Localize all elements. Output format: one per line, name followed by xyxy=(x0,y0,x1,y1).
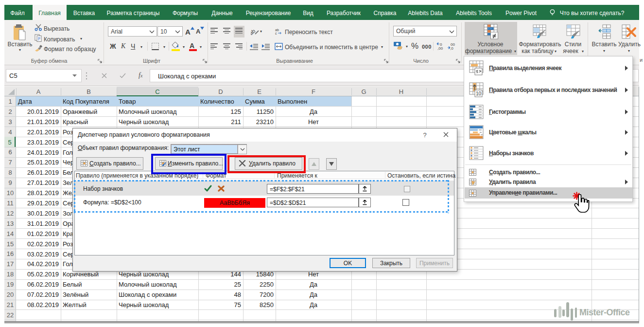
svg-text:,0: ,0 xyxy=(450,46,453,50)
svg-text:10: 10 xyxy=(476,91,482,96)
svg-text:c: c xyxy=(275,32,277,35)
svg-text:ab: ab xyxy=(251,28,257,36)
svg-text:ab: ab xyxy=(275,28,279,32)
svg-text:,00: ,00 xyxy=(437,46,443,50)
